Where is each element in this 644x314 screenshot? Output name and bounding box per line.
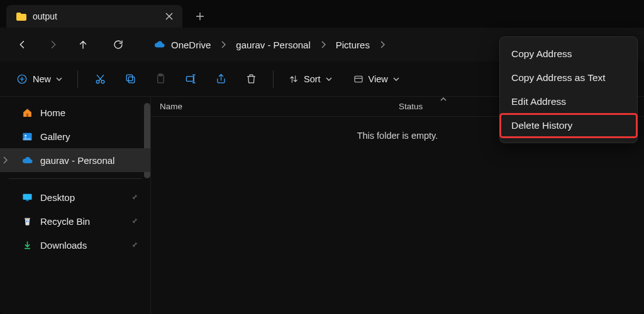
breadcrumb[interactable]: OneDrive gaurav - Personal Pictures [146,33,387,56]
chevron-right-icon[interactable] [318,41,328,48]
desktop-icon [21,192,33,203]
sidebar-item-label: Desktop [40,192,75,203]
close-tab-icon[interactable] [165,12,174,21]
column-header-status[interactable]: Status [390,97,516,116]
sidebar-item-personal[interactable]: gaurav - Personal [0,148,150,172]
chevron-down-icon [393,76,399,82]
paste-button[interactable] [146,67,175,91]
breadcrumb-label: gaurav - Personal [236,40,310,50]
column-header-name[interactable]: Name [151,97,390,116]
breadcrumb-pictures[interactable]: Pictures [328,33,377,56]
breadcrumb-personal[interactable]: gaurav - Personal [228,33,318,56]
pin-icon[interactable] [130,217,139,225]
view-button[interactable]: View [346,67,407,91]
tab-active[interactable]: output [6,5,182,28]
svg-rect-13 [26,200,28,201]
chevron-right-icon[interactable] [218,41,228,48]
sidebar-item-recycle-bin[interactable]: Recycle Bin [0,209,150,233]
chevron-down-icon [56,76,62,82]
sidebar: Home Gallery gaurav - Personal Desktop [0,97,151,314]
new-button-label: New [33,74,51,84]
sort-button-label: Sort [304,74,321,84]
breadcrumb-onedrive[interactable]: OneDrive [146,33,218,56]
up-button[interactable] [69,31,97,58]
onedrive-icon [21,154,33,166]
download-icon [21,239,33,251]
breadcrumb-label: Pictures [336,40,370,50]
new-tab-button[interactable] [190,6,210,26]
chevron-down-icon [326,76,332,82]
svg-rect-4 [126,75,133,81]
sidebar-item-label: Recycle Bin [40,216,90,227]
sidebar-item-label: Home [40,107,65,118]
menu-edit-address[interactable]: Edit Address [500,90,637,114]
address-context-menu: Copy Address Copy Address as Text Edit A… [499,36,638,143]
refresh-button[interactable] [104,31,132,58]
menu-copy-address[interactable]: Copy Address [500,42,637,66]
tab-title: output [33,11,158,21]
pin-icon[interactable] [130,193,139,202]
rename-button[interactable] [176,67,205,91]
svg-rect-14 [25,217,30,219]
svg-rect-8 [355,76,362,82]
sidebar-item-downloads[interactable]: Downloads [0,233,150,257]
cut-button[interactable] [86,67,114,91]
breadcrumb-label: OneDrive [171,40,211,50]
window-tab-strip: output [0,0,644,28]
sort-indicator-icon [440,97,447,102]
folder-icon [15,11,26,22]
gallery-icon [21,131,33,142]
menu-delete-history[interactable]: Delete History [500,114,637,138]
chevron-right-icon[interactable] [377,41,387,48]
sidebar-item-gallery[interactable]: Gallery [0,124,150,148]
sidebar-item-label: Gallery [40,131,70,142]
svg-rect-3 [128,77,135,82]
sidebar-item-desktop[interactable]: Desktop [0,185,150,209]
sidebar-item-label: gaurav - Personal [40,155,114,166]
svg-point-11 [25,134,26,136]
sort-button[interactable]: Sort [281,67,340,91]
view-button-label: View [369,74,388,84]
onedrive-icon [153,39,165,50]
sidebar-item-home[interactable]: Home [0,100,150,124]
pin-icon[interactable] [130,241,139,249]
chevron-right-icon[interactable] [3,156,8,164]
svg-rect-9 [26,113,28,116]
menu-copy-address-text[interactable]: Copy Address as Text [500,66,637,90]
sidebar-item-label: Downloads [40,240,87,251]
svg-rect-12 [23,193,31,199]
copy-button[interactable] [116,67,145,91]
home-icon [21,107,33,118]
delete-button[interactable] [236,67,265,91]
forward-button[interactable] [39,31,67,58]
back-button[interactable] [9,31,36,58]
svg-rect-15 [25,247,30,249]
sidebar-separator [9,178,142,179]
new-button[interactable]: New [9,67,70,91]
svg-rect-7 [186,77,193,82]
recycle-bin-icon [21,215,33,227]
share-button[interactable] [206,67,235,91]
